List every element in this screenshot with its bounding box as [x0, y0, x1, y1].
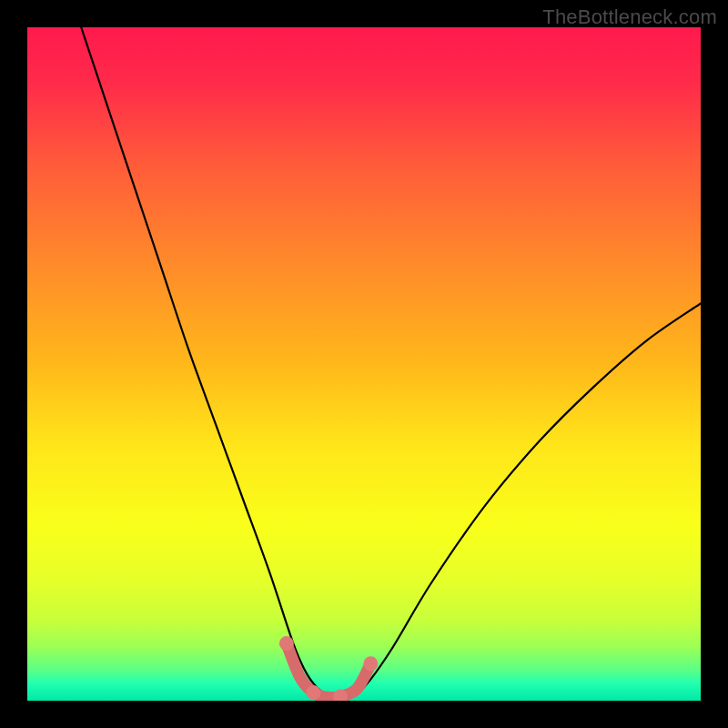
watermark-text: TheBottleneck.com	[542, 5, 717, 29]
annotation-dot	[307, 685, 321, 700]
curve-layer	[27, 27, 701, 701]
bottleneck-curve	[81, 27, 701, 698]
plot-area	[27, 27, 701, 701]
annotation-dot	[279, 636, 294, 651]
annotation-dot	[363, 656, 378, 671]
annotation-stroke	[287, 643, 371, 698]
chart-frame: TheBottleneck.com	[0, 0, 728, 728]
